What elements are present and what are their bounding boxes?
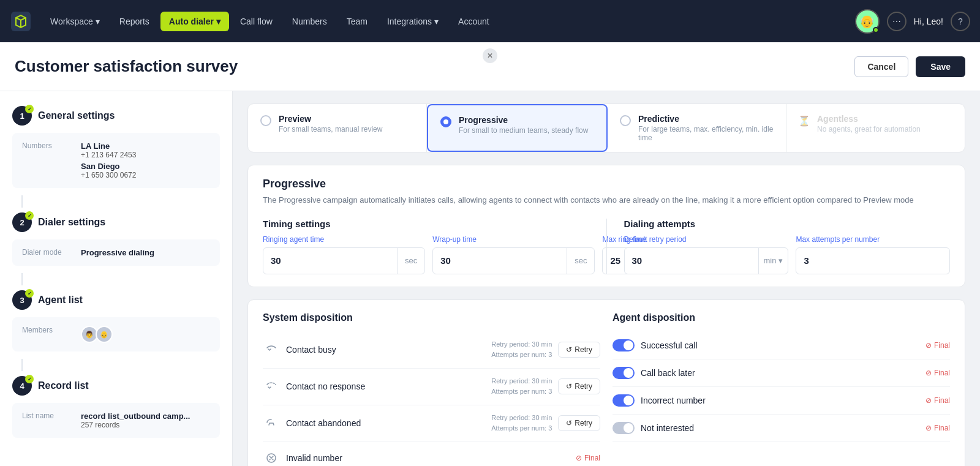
dialing-attempts-group: Dialing attempts Default retry period mi…	[624, 219, 951, 274]
ringing-agent-field: Ringing agent time sec	[263, 235, 425, 274]
disposition-section: System disposition Contact busy Retry pe…	[247, 299, 965, 467]
step-1-header: 1 ✓ General settings	[12, 106, 220, 126]
navbar: Workspace ▾ Reports Auto dialer ▾ Call f…	[0, 0, 980, 42]
user-avatar-wrap[interactable]: 👴	[855, 9, 880, 34]
close-button[interactable]: ✕	[483, 48, 497, 63]
phone-invalid-icon	[263, 449, 280, 466]
disposition-grid: System disposition Contact busy Retry pe…	[263, 312, 950, 467]
timing-grid: Timing settings Ringing agent time sec W…	[263, 219, 950, 274]
step-4-circle: 4 ✓	[12, 376, 32, 396]
help-icon[interactable]: ?	[951, 12, 970, 31]
dialer-agentless: ⏳ Agentless No agents, great for automat…	[786, 104, 965, 152]
agent-disp-callback: Call back later ⊘ Final	[612, 359, 950, 387]
dialer-progressive[interactable]: Progressive For small to medium teams, s…	[427, 104, 608, 152]
page-title: Customer satisfaction survey	[15, 57, 238, 76]
agent-disposition-title: Agent disposition	[612, 312, 950, 323]
app-logo	[10, 10, 32, 32]
step-3-header: 3 ✓ Agent list	[12, 290, 220, 310]
no-response-retry-button[interactable]: ↺ Retry	[558, 378, 600, 394]
progressive-title: Progressive	[263, 178, 950, 190]
timing-group-title: Timing settings	[263, 219, 589, 229]
step-2-circle: 2 ✓	[12, 212, 32, 232]
timing-separator	[606, 219, 607, 274]
max-attempts-field: Max attempts per number	[796, 235, 950, 274]
nav-reports[interactable]: Reports	[111, 12, 158, 31]
step-2-header: 2 ✓ Dialer settings	[12, 212, 220, 232]
agent-disposition: Agent disposition Successful call ⊘ Fina…	[612, 312, 950, 467]
not-interested-toggle[interactable]	[612, 422, 635, 434]
progressive-section: Progressive The Progressive campaign aut…	[247, 165, 965, 287]
step-1-section: 1 ✓ General settings Numbers LA Line +1 …	[0, 106, 232, 195]
step-divider-3	[21, 359, 23, 371]
radio-preview	[260, 115, 271, 126]
step-1-card: Numbers LA Line +1 213 647 2453 San Dieg…	[12, 133, 220, 188]
dialer-predictive[interactable]: Predictive For large teams, max. efficie…	[608, 104, 786, 152]
max-attempts-input[interactable]	[796, 255, 949, 266]
max-attempts-input-wrap	[796, 247, 950, 274]
step-2-card: Dialer mode Progressive dialing	[12, 239, 220, 266]
disposition-item-no-response: Contact no response Retry period: 30 min…	[263, 369, 600, 405]
radio-predictive	[620, 115, 631, 126]
members-row: 👨 👴	[81, 326, 110, 343]
step-3-circle: 3 ✓	[12, 290, 32, 310]
timing-settings-group: Timing settings Ringing agent time sec W…	[263, 219, 589, 274]
wrapup-input[interactable]	[433, 255, 567, 266]
content-area: Preview For small teams, manual review P…	[233, 91, 980, 466]
radio-progressive	[440, 116, 451, 127]
page-banner: Customer satisfaction survey ✕ Cancel Sa…	[0, 42, 980, 91]
step-4-section: 4 ✓ Record list List name record list_ou…	[0, 371, 232, 445]
abandoned-retry-button[interactable]: ↺ Retry	[558, 415, 600, 431]
abandoned-meta: Retry period: 30 min Attempts per num: 3	[491, 413, 552, 434]
agentless-lock-icon: ⏳	[799, 115, 810, 126]
step-4-check: ✓	[25, 375, 34, 383]
no-response-meta: Retry period: 30 min Attempts per num: 3	[491, 376, 552, 397]
nav-account[interactable]: Account	[450, 12, 498, 31]
system-disposition-title: System disposition	[263, 312, 600, 323]
phone-busy-icon	[263, 341, 280, 358]
disposition-item-abandoned: Contact abandoned Retry period: 30 min A…	[263, 405, 600, 442]
step-2-section: 2 ✓ Dialer settings Dialer mode Progress…	[0, 208, 232, 273]
callback-toggle[interactable]	[612, 367, 635, 379]
nav-auto-dialer[interactable]: Auto dialer ▾	[160, 12, 229, 31]
nav-workspace[interactable]: Workspace ▾	[42, 12, 108, 31]
step-4-title: Record list	[38, 380, 89, 391]
step-2-title: Dialer settings	[38, 217, 105, 228]
retry-period-input[interactable]	[625, 255, 758, 266]
nav-call-flow[interactable]: Call flow	[232, 12, 281, 31]
retry-period-unit[interactable]: min ▾	[758, 248, 788, 274]
not-interested-final-badge: ⊘ Final	[925, 424, 950, 432]
agent-disp-incorrect: Incorrect number ⊘ Final	[612, 387, 950, 415]
more-options-icon[interactable]: ⋯	[887, 12, 907, 31]
step-1-circle: 1 ✓	[12, 106, 32, 126]
incorrect-toggle[interactable]	[612, 394, 635, 407]
nav-numbers[interactable]: Numbers	[284, 12, 336, 31]
invalid-final-badge: ⊘ Final	[576, 454, 600, 462]
incorrect-toggle-wrap	[612, 394, 635, 407]
step-3-check: ✓	[25, 289, 34, 298]
dialing-group-title: Dialing attempts	[624, 219, 951, 229]
step-1-title: General settings	[38, 110, 115, 121]
busy-retry-button[interactable]: ↺ Retry	[558, 342, 600, 358]
successful-toggle[interactable]	[612, 339, 635, 351]
system-disposition: System disposition Contact busy Retry pe…	[263, 312, 600, 467]
nav-team[interactable]: Team	[338, 12, 376, 31]
ringing-agent-input[interactable]	[263, 255, 397, 266]
save-button[interactable]: Save	[916, 56, 965, 77]
retry-period-field: Default retry period min ▾	[624, 235, 789, 274]
step-3-card: Members 👨 👴	[12, 317, 220, 351]
timing-fields: Ringing agent time sec Wrap-up time sec	[263, 235, 589, 274]
online-indicator	[873, 27, 879, 33]
wrapup-field: Wrap-up time sec	[432, 235, 595, 274]
retry-period-input-wrap: min ▾	[624, 247, 789, 274]
cancel-button[interactable]: Cancel	[854, 56, 908, 77]
busy-meta: Retry period: 30 min Attempts per num: 3	[491, 339, 552, 361]
agent-disp-successful: Successful call ⊘ Final	[612, 332, 950, 359]
ringing-agent-input-wrap: sec	[263, 247, 425, 274]
dialer-preview[interactable]: Preview For small teams, manual review	[248, 104, 427, 152]
member-avatar-2: 👴	[96, 326, 113, 343]
nav-integrations[interactable]: Integrations ▾	[379, 12, 447, 31]
callback-final-badge: ⊘ Final	[925, 369, 950, 377]
step-2-check: ✓	[25, 211, 34, 220]
incorrect-final-badge: ⊘ Final	[925, 396, 950, 405]
dialer-type-selector: Preview For small teams, manual review P…	[247, 103, 965, 152]
